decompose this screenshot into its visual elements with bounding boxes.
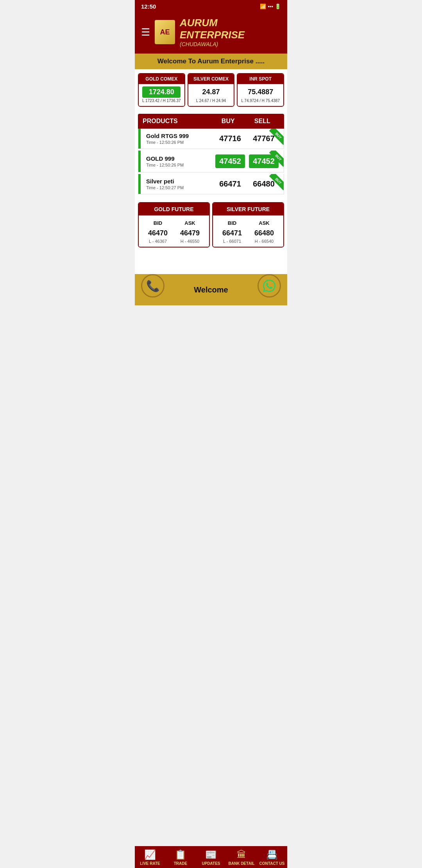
status-time: 12:50: [141, 3, 156, 10]
inr-spot-price: 75.4887: [239, 86, 282, 98]
silver-future-title: SILVER FUTURE: [213, 203, 283, 215]
silver-future-prices: 66471 66480: [216, 228, 280, 239]
silver-comex-lh: L 24.67 / H 24.94: [190, 98, 232, 104]
gold-future-card: GOLD FUTURE BID ASK 46470 46479: [138, 202, 210, 247]
gold-comex-body: 1724.80 L 1723.42 / H 1736.37: [139, 84, 184, 106]
status-icons: 📶 ▪▪▪ 🔋: [260, 4, 281, 9]
company-logo: AE: [155, 20, 175, 44]
inr-spot-body: 75.4887 L 74.9724 / H 75.4387: [238, 84, 283, 106]
silver-ask-price: 66480: [248, 228, 280, 239]
gold-comex-price: 1724.80: [142, 86, 181, 98]
gold-comex-lh: L 1723.42 / H 1736.37: [140, 98, 183, 104]
welcome-banner: Welcome To Aurum Enterprise .....: [135, 54, 287, 69]
chat-banner: 📞 Welcome: [135, 274, 287, 305]
product-row-silver-peti: Silver peti Time - 12:50:27 PM 66471 664…: [138, 174, 284, 194]
signal-icon: ▪▪▪: [268, 4, 273, 9]
gold-comex-title: GOLD COMEX: [139, 74, 184, 84]
product-buy-gold-rtgs: 47716: [213, 134, 247, 143]
whatsapp-button[interactable]: [257, 274, 281, 298]
silver-future-labels: BID ASK: [216, 219, 280, 228]
product-name-silver-peti: Silver peti: [146, 178, 213, 185]
app-header: ☰ AE AURUM ENTERPRISE (CHUDAWALA): [135, 13, 287, 54]
silver-future-card: SILVER FUTURE BID ASK 66471 66480: [212, 202, 284, 247]
inr-spot-lh: L 74.9724 / H 75.4387: [239, 98, 282, 104]
product-time-gold999: Time - 12:50:26 PM: [146, 163, 213, 167]
product-time-gold-rtgs: Time - 12:50:26 PM: [146, 140, 213, 145]
silver-comex-card: SILVER COMEX 24.87 L 24.67 / H 24.94: [188, 73, 235, 107]
product-info-gold999: GOLD 999 Time - 12:50:26 PM: [141, 155, 213, 167]
buy-col-header: BUY: [211, 118, 245, 125]
gold-bid-price: 46470: [142, 228, 174, 239]
futures-section: GOLD FUTURE BID ASK 46470 46479: [135, 199, 287, 251]
buy-price-silver-peti: 66471: [219, 179, 241, 188]
silver-bid-price: 66471: [216, 228, 248, 239]
silver-ask-lh: H - 66540: [248, 239, 280, 244]
spacer: [135, 251, 287, 274]
product-row-gold999: GOLD 999 Time - 12:50:26 PM 47452 47452: [138, 151, 284, 172]
silver-ask-label: ASK: [248, 219, 280, 228]
buy-ribbon-gold-rtgs: [264, 129, 284, 148]
buy-price-gold-rtgs: 47716: [219, 134, 241, 143]
menu-icon[interactable]: ☰: [141, 27, 150, 37]
silver-comex-body: 24.87 L 24.67 / H 24.94: [188, 84, 234, 106]
company-name: AURUM ENTERPRISE: [180, 17, 281, 41]
market-cards-container: GOLD COMEX 1724.80 L 1723.42 / H 1736.37…: [135, 69, 287, 111]
silver-comex-title: SILVER COMEX: [188, 74, 234, 84]
chat-welcome-text: Welcome: [194, 285, 228, 294]
products-section: PRODUCTS BUY SELL Gold RTGS 999 Time - 1…: [135, 111, 287, 199]
products-col-header: PRODUCTS: [143, 118, 211, 125]
gold-comex-card: GOLD COMEX 1724.80 L 1723.42 / H 1736.37: [138, 73, 185, 107]
product-buy-gold999: 47452: [213, 154, 247, 168]
product-name-gold999: GOLD 999: [146, 155, 213, 162]
products-table-header: PRODUCTS BUY SELL: [138, 114, 284, 129]
inr-spot-card: INR SPOT 75.4887 L 74.9724 / H 75.4387: [237, 73, 284, 107]
gold-future-prices: 46470 46479: [142, 228, 206, 239]
gold-ask-lh: H - 46550: [174, 239, 206, 244]
buy-ribbon-gold999: [264, 151, 284, 170]
green-bar: [138, 151, 141, 172]
gold-future-body: BID ASK 46470 46479 L - 4636: [139, 215, 209, 247]
gold-future-labels: BID ASK: [142, 219, 206, 228]
silver-bid-label: BID: [216, 219, 248, 228]
company-info: AURUM ENTERPRISE (CHUDAWALA): [180, 17, 281, 47]
gold-ask-label: ASK: [174, 219, 206, 228]
silver-bid-lh: L - 66071: [216, 239, 248, 244]
product-name-gold-rtgs: Gold RTGS 999: [146, 133, 213, 139]
green-bar: [138, 129, 141, 149]
gold-ask-price: 46479: [174, 228, 206, 239]
product-row-gold-rtgs: Gold RTGS 999 Time - 12:50:26 PM 47716 4…: [138, 129, 284, 149]
product-info-silver-peti: Silver peti Time - 12:50:27 PM: [141, 178, 213, 190]
silver-future-body: BID ASK 66471 66480 L - 6607: [213, 215, 283, 247]
silver-future-lh: L - 66071 H - 66540: [216, 239, 280, 244]
wifi-icon: 📶: [260, 4, 266, 9]
product-info-gold-rtgs: Gold RTGS 999 Time - 12:50:26 PM: [141, 133, 213, 145]
inr-spot-title: INR SPOT: [238, 74, 283, 84]
gold-bid-label: BID: [142, 219, 174, 228]
product-buy-silver-peti: 66471: [213, 179, 247, 188]
gold-future-title: GOLD FUTURE: [139, 203, 209, 215]
gold-bid-lh: L - 46367: [142, 239, 174, 244]
call-button[interactable]: 📞: [141, 274, 165, 298]
product-time-silver-peti: Time - 12:50:27 PM: [146, 185, 213, 190]
silver-comex-price: 24.87: [190, 86, 232, 98]
status-bar: 12:50 📶 ▪▪▪ 🔋: [135, 0, 287, 13]
buy-ribbon-silver-peti: [264, 174, 284, 194]
green-bar: [138, 174, 141, 194]
buy-price-gold999: 47452: [215, 154, 245, 168]
battery-icon: 🔋: [275, 4, 281, 9]
company-sub: (CHUDAWALA): [180, 41, 281, 47]
sell-col-header: SELL: [245, 118, 280, 125]
gold-future-lh: L - 46367 H - 46550: [142, 239, 206, 244]
